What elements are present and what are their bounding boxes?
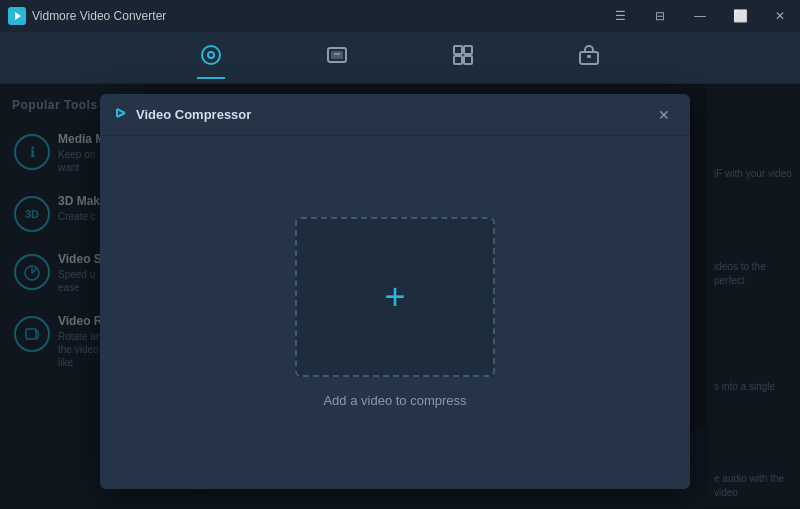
close-button[interactable]: ✕ [760, 0, 800, 32]
main-area: Popular Tools ℹ Media M Keep oriwant 3D … [0, 84, 800, 509]
app-icon [8, 7, 26, 25]
svg-point-4 [209, 53, 213, 57]
svg-rect-9 [464, 46, 472, 54]
svg-line-29 [117, 113, 125, 117]
convert-icon [200, 44, 222, 71]
modal-title: Video Compressor [136, 107, 652, 122]
modal-header-icon [114, 106, 128, 123]
modal-close-button[interactable]: ✕ [652, 103, 676, 127]
svg-rect-11 [464, 56, 472, 64]
toolbox-icon [578, 44, 600, 71]
window-controls: ☰ ⊟ — ⬜ ✕ [600, 0, 800, 32]
svg-rect-8 [454, 46, 462, 54]
tab-convert[interactable] [188, 38, 234, 77]
svg-line-28 [117, 109, 125, 113]
restore-button[interactable]: ⬜ [720, 0, 760, 32]
tab-toolbox[interactable] [566, 38, 612, 77]
drop-zone-label: Add a video to compress [323, 393, 466, 408]
modal-body: + Add a video to compress [100, 136, 690, 489]
app-title: Vidmore Video Converter [32, 9, 166, 23]
svg-rect-6 [331, 51, 343, 59]
nav-tabs [0, 32, 800, 84]
minimize-button[interactable]: — [680, 0, 720, 32]
drop-zone-plus-icon: + [384, 279, 405, 315]
svg-rect-10 [454, 56, 462, 64]
svg-rect-13 [587, 55, 591, 58]
video-compressor-modal: Video Compressor ✕ + Add a video to comp… [100, 94, 690, 489]
modal-header: Video Compressor ✕ [100, 94, 690, 136]
tab-enhance[interactable] [440, 38, 486, 77]
title-bar: Vidmore Video Converter ☰ ⊟ — ⬜ ✕ [0, 0, 800, 32]
settings-button[interactable]: ⊟ [640, 0, 680, 32]
editor-icon [326, 44, 348, 71]
menu-button[interactable]: ☰ [600, 0, 640, 32]
drop-zone[interactable]: + [295, 217, 495, 377]
enhance-icon [452, 44, 474, 71]
tab-editor[interactable] [314, 38, 360, 77]
